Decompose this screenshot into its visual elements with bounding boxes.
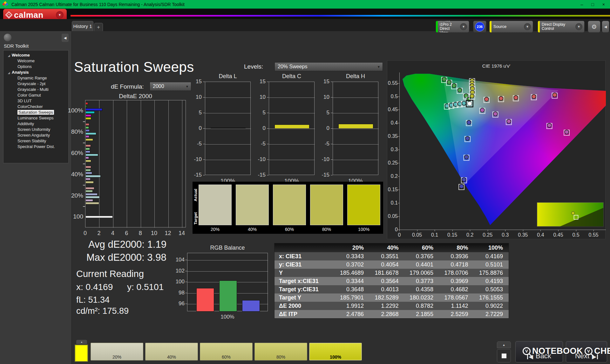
y-tick-label: -15 [188, 172, 202, 178]
tree-item-label: Luminance Sweeps [17, 116, 53, 120]
sidebar-item-color-gamut[interactable]: Color Gamut [3, 92, 68, 98]
sidebar-item-saturation-sweeps[interactable]: Saturation Sweeps [3, 110, 68, 115]
y-group-label: 20% [64, 192, 83, 199]
tree-group-welcome[interactable]: ◢Welcome [3, 52, 68, 58]
axis-tick [470, 230, 470, 231]
chevron-down-icon[interactable]: ▼ [460, 23, 467, 30]
y-group-label: 80% [64, 128, 83, 135]
y-tick-label: -10 [315, 156, 329, 163]
row-label: ΔE 2000 [274, 303, 335, 309]
y-axis-line [399, 72, 400, 230]
column-header: 60% [404, 245, 439, 251]
chevron-down-icon[interactable]: ▼ [524, 23, 531, 30]
axis-tick [267, 144, 269, 144]
maximize-icon[interactable]: □ [591, 2, 594, 7]
axis-tick [398, 190, 399, 190]
up-arrow-icon: ▲ [503, 343, 505, 347]
chevron-down-icon[interactable]: ▼ [575, 23, 582, 30]
y-tick-label: 0 [315, 125, 329, 131]
collapse-sidebar-button[interactable]: ◀ [62, 34, 69, 42]
y-tick-label: 15 [188, 78, 202, 85]
source-dropdown[interactable]: Source ▼ [489, 21, 533, 33]
cell-value: 2.4786 [335, 311, 369, 318]
rainbow-divider [71, 15, 610, 17]
axis-tick [417, 230, 417, 231]
sidebar-item-additivity[interactable]: Additivity [3, 121, 68, 127]
sidebar-item-3d-lut[interactable]: 3D LUT [3, 98, 68, 104]
axis-tick [203, 82, 205, 82]
de-bar [85, 202, 99, 205]
chart-title: Delta C [269, 73, 315, 80]
measurement-point-red [514, 96, 518, 100]
rgb-bar-green [219, 280, 237, 312]
y-tick-label: 0.45 [387, 107, 398, 112]
minimize-icon[interactable]: – [581, 2, 583, 7]
sidebar-item-colorchecker[interactable]: ColorChecker [3, 104, 68, 110]
levels-dropdown[interactable]: 20% Sweeps ▼ [274, 62, 383, 71]
sidebar-item-dynamic-range[interactable]: Dynamic Range [3, 75, 68, 81]
sidebar-item-screen-uniformity[interactable]: Screen Uniformity [3, 127, 68, 132]
chart-title: RGB Balance [187, 245, 268, 251]
sidebar-item-spectral-power-dist-[interactable]: Spectral Power Dist. [3, 144, 68, 150]
cell-value: 0.4054 [369, 261, 404, 268]
axis-tick [267, 159, 269, 160]
tree-group-analysis[interactable]: ◢Analysis [3, 70, 68, 75]
close-icon[interactable]: × [602, 2, 605, 7]
pattern-button-60%[interactable]: 60% [200, 343, 253, 361]
gridline [113, 100, 113, 228]
y-group-label: 60% [64, 150, 83, 157]
de-formula-dropdown[interactable]: 2000 ▼ [150, 82, 191, 91]
sidebar-item-grayscale-multi[interactable]: Grayscale - Multi [3, 87, 68, 92]
sidebar-item-options[interactable]: Options [3, 64, 68, 70]
axis-tick [331, 175, 333, 175]
axis-tick [83, 164, 85, 164]
pattern-button-20%[interactable]: 20% [91, 343, 143, 361]
settings-button[interactable]: ⚙ [588, 21, 600, 33]
axis-tick [267, 113, 269, 113]
pattern-scroll-up-button[interactable]: ▲ [76, 340, 87, 344]
cell-value: 2.7229 [474, 311, 509, 318]
y-group-label: 40% [64, 171, 83, 178]
meter-count-badge[interactable]: 236 [473, 21, 486, 33]
workflow-orb-icon[interactable] [4, 34, 11, 41]
tab-history-1[interactable]: History 1 [72, 21, 93, 31]
current-reading-title: Current Reading [76, 269, 144, 279]
pattern-button-40%[interactable]: 40% [145, 343, 198, 361]
sidebar-item-screen-stability[interactable]: Screen Stability [3, 138, 68, 144]
x-tick-label: 0 [393, 232, 406, 238]
tree-item-label: Dynamic Range [17, 76, 47, 80]
measurement-point-green [447, 80, 451, 84]
y-tick-label: 0.4 [387, 120, 398, 126]
sidebar-item-grayscale-2pt[interactable]: Grayscale - 2pt [3, 81, 68, 87]
current-pattern-swatch[interactable] [75, 345, 88, 362]
x-tick-label: 0 [79, 230, 92, 237]
pattern-button-80%[interactable]: 80% [254, 343, 307, 361]
panel-scroll-up-button[interactable]: ▲ [497, 341, 511, 348]
axis-tick [267, 128, 269, 129]
gridline [187, 271, 268, 272]
current-cdm2-value: cd/m²: 175.89 [76, 306, 129, 316]
cell-value: 0.3344 [335, 278, 369, 285]
stop-button[interactable] [497, 349, 511, 362]
add-tab-button[interactable]: + [94, 23, 103, 31]
x-tick-label: 0.2 [464, 232, 476, 238]
sidebar-item-luminance-sweeps[interactable]: Luminance Sweeps [3, 115, 68, 121]
collapse-right-panel-button[interactable]: ◀ [602, 21, 609, 33]
y-tick-label: 100 [170, 279, 185, 285]
pattern-button-100%[interactable]: 100% [309, 343, 362, 361]
y-tick-label: 98 [170, 290, 185, 296]
meter-dropdown[interactable]: X-Rite i1Pro 2Direct View ▼ [436, 21, 469, 33]
sidebar-item-screen-angularity[interactable]: Screen Angularity [3, 132, 68, 138]
gridline [182, 100, 182, 228]
pattern-button-label: 60% [200, 354, 252, 360]
sidebar-item-welcome[interactable]: Welcome [3, 58, 68, 64]
chevron-down-icon[interactable]: ▼ [56, 11, 64, 19]
calman-wordmark: calman [14, 10, 44, 20]
cell-value: 0.4401 [404, 261, 439, 268]
de-bar [85, 175, 101, 178]
notebookcheck-watermark: V NOTEBOOK V CHECK [523, 346, 610, 356]
x-tick-label: 0.1 [428, 232, 441, 238]
display-control-dropdown[interactable]: Direct Display Control ▼ [538, 21, 585, 33]
gridline [333, 144, 379, 145]
y-tick-label: 0 [188, 125, 202, 131]
